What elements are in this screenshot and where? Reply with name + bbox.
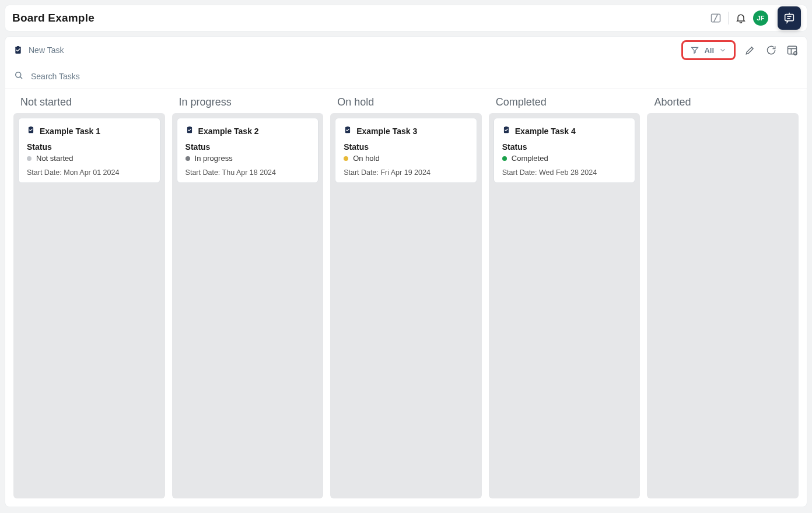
app-logo-icon[interactable] (709, 12, 722, 24)
column-header: On hold (330, 95, 482, 113)
start-date: Start Date: Thu Apr 18 2024 (186, 168, 310, 177)
board-column: In progressExample Task 2StatusIn progre… (172, 95, 324, 498)
column-body[interactable]: Example Task 3StatusOn holdStart Date: F… (330, 113, 482, 498)
board-columns: Not startedExample Task 1StatusNot start… (5, 89, 807, 507)
status-dot-icon (502, 156, 507, 161)
start-date: Start Date: Wed Feb 28 2024 (502, 168, 627, 177)
task-title: Example Task 2 (198, 127, 259, 136)
column-header: Completed (489, 95, 640, 113)
layout-icon (786, 44, 798, 56)
refresh-button[interactable] (765, 44, 778, 57)
edit-button[interactable] (744, 44, 757, 57)
search-row (5, 64, 807, 89)
svg-rect-23 (505, 127, 508, 128)
board-actions: All (681, 40, 799, 60)
filter-label: All (704, 46, 714, 55)
column-body[interactable] (647, 113, 799, 498)
clipboard-icon (27, 125, 35, 136)
pencil-icon (744, 44, 756, 56)
status-text: On hold (353, 154, 380, 163)
column-header: Aborted (647, 95, 799, 113)
column-header: In progress (172, 95, 324, 113)
svg-rect-2 (785, 15, 794, 21)
status-value: Not started (27, 154, 152, 163)
svg-line-1 (714, 14, 718, 22)
board-column: On holdExample Task 3StatusOn holdStart … (330, 95, 482, 498)
page-title: Board Example (12, 12, 94, 24)
status-field-label: Status (502, 142, 627, 152)
refresh-icon (765, 44, 777, 56)
status-text: In progress (195, 154, 233, 163)
task-title-row: Example Task 1 (27, 125, 152, 136)
new-task-button[interactable]: New Task (13, 45, 64, 55)
status-field-label: Status (27, 142, 152, 152)
svg-rect-21 (346, 127, 349, 128)
status-field-label: Status (344, 142, 468, 152)
status-dot-icon (27, 156, 32, 161)
clipboard-icon (13, 45, 23, 55)
search-input[interactable] (31, 72, 206, 81)
avatar[interactable]: JF (753, 10, 768, 26)
chat-button[interactable] (778, 6, 801, 30)
column-body[interactable]: Example Task 4StatusCompletedStart Date:… (489, 113, 640, 498)
status-value: Completed (502, 154, 627, 163)
clipboard-icon (186, 125, 194, 136)
task-title-row: Example Task 4 (502, 125, 627, 136)
svg-point-14 (16, 72, 21, 77)
task-title-row: Example Task 2 (186, 125, 310, 136)
status-field-label: Status (186, 142, 310, 152)
task-title: Example Task 1 (40, 127, 100, 136)
board-column: Not startedExample Task 1StatusNot start… (13, 95, 165, 498)
column-body[interactable]: Example Task 2StatusIn progressStart Dat… (172, 113, 324, 498)
divider (728, 12, 729, 24)
svg-rect-8 (788, 46, 797, 54)
header-right: JF (709, 6, 801, 30)
column-header: Not started (13, 95, 165, 113)
clipboard-icon (344, 125, 352, 136)
filter-button[interactable]: All (681, 40, 736, 60)
status-value: On hold (344, 154, 468, 163)
status-dot-icon (186, 156, 190, 161)
chevron-down-icon (719, 46, 727, 54)
board-toolbar: New Task All (5, 37, 807, 64)
board-container: New Task All (5, 36, 807, 507)
svg-rect-7 (17, 46, 19, 48)
start-date: Start Date: Fri Apr 19 2024 (344, 168, 468, 177)
new-task-label: New Task (29, 45, 64, 55)
app-header: Board Example JF (5, 5, 807, 31)
search-icon (13, 70, 24, 83)
task-card[interactable]: Example Task 2StatusIn progressStart Dat… (177, 118, 319, 183)
svg-line-15 (20, 76, 22, 78)
task-title-row: Example Task 3 (344, 125, 468, 136)
layout-settings-button[interactable] (786, 44, 799, 57)
column-body[interactable]: Example Task 1StatusNot startedStart Dat… (13, 113, 165, 498)
task-title: Example Task 3 (356, 127, 417, 136)
board-column: Aborted (647, 95, 799, 498)
status-text: Completed (512, 154, 548, 163)
svg-rect-19 (188, 127, 191, 128)
task-card[interactable]: Example Task 4StatusCompletedStart Date:… (494, 118, 636, 183)
status-value: In progress (186, 154, 310, 163)
status-dot-icon (344, 156, 348, 161)
start-date: Start Date: Mon Apr 01 2024 (27, 168, 152, 177)
task-title: Example Task 4 (515, 127, 576, 136)
clipboard-icon (502, 125, 510, 136)
task-card[interactable]: Example Task 1StatusNot startedStart Dat… (18, 118, 160, 183)
bell-icon[interactable] (734, 12, 747, 24)
funnel-icon (690, 45, 699, 55)
status-text: Not started (36, 154, 74, 163)
svg-rect-17 (30, 127, 32, 128)
board-column: CompletedExample Task 4StatusCompletedSt… (489, 95, 640, 498)
task-card[interactable]: Example Task 3StatusOn holdStart Date: F… (335, 118, 477, 183)
